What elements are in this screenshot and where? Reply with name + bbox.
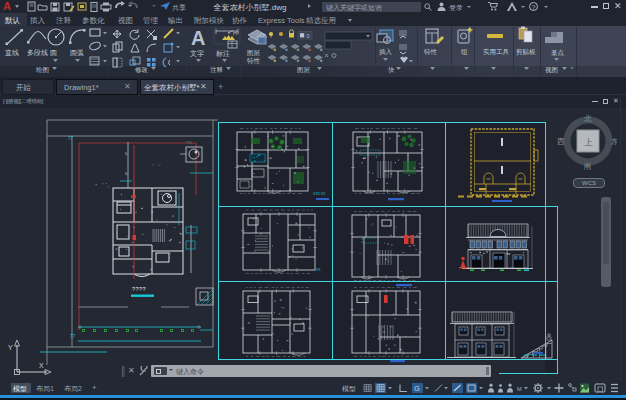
svg-text:西: 西 bbox=[557, 137, 565, 146]
svg-text:特性: 特性 bbox=[424, 48, 438, 56]
svg-text:圆: 圆 bbox=[50, 49, 57, 57]
svg-text:北: 北 bbox=[584, 114, 592, 123]
svg-text:M: M bbox=[517, 386, 522, 392]
svg-text:0: 0 bbox=[307, 33, 310, 39]
svg-text:圆弧: 圆弧 bbox=[70, 49, 84, 57]
svg-text:H: H bbox=[233, 30, 237, 36]
svg-text:插入: 插入 bbox=[379, 48, 393, 56]
svg-text:X: X bbox=[39, 362, 44, 369]
svg-text:5: 5 bbox=[125, 151, 128, 156]
svg-text:Y: Y bbox=[8, 344, 13, 351]
svg-text:南: 南 bbox=[583, 162, 592, 171]
svg-text:东: 东 bbox=[611, 137, 617, 146]
svg-text:5: 5 bbox=[125, 171, 128, 176]
svg-text:修改: 修改 bbox=[135, 66, 149, 73]
svg-text:基点: 基点 bbox=[551, 49, 565, 56]
svg-text:G: G bbox=[414, 384, 420, 393]
svg-text:视图: 视图 bbox=[545, 66, 558, 74]
svg-text:77: 77 bbox=[68, 136, 74, 141]
svg-text:组: 组 bbox=[461, 48, 468, 55]
svg-text:多段线: 多段线 bbox=[27, 49, 48, 56]
svg-text:A: A bbox=[191, 27, 205, 49]
svg-text:上: 上 bbox=[584, 137, 593, 147]
svg-text:XX: XX bbox=[316, 268, 321, 272]
svg-text:模型: 模型 bbox=[342, 385, 356, 393]
svg-text:图层: 图层 bbox=[297, 66, 311, 73]
svg-text:XXX XX: XXX XX bbox=[313, 192, 326, 196]
svg-text:直线: 直线 bbox=[5, 49, 19, 56]
svg-text:剪贴板: 剪贴板 bbox=[516, 48, 536, 56]
svg-text:文字: 文字 bbox=[190, 49, 204, 57]
svg-text:绘图: 绘图 bbox=[36, 66, 49, 73]
svg-text:特性: 特性 bbox=[247, 57, 261, 65]
svg-text:实用工具: 实用工具 bbox=[483, 48, 510, 56]
svg-text:????: ???? bbox=[132, 286, 146, 292]
svg-text:注释: 注释 bbox=[210, 66, 224, 73]
svg-text:图层: 图层 bbox=[247, 49, 261, 56]
svg-text:77: 77 bbox=[70, 334, 76, 339]
svg-text:块: 块 bbox=[387, 66, 395, 73]
svg-text:755: 755 bbox=[186, 141, 192, 145]
svg-text:标注: 标注 bbox=[215, 49, 230, 58]
